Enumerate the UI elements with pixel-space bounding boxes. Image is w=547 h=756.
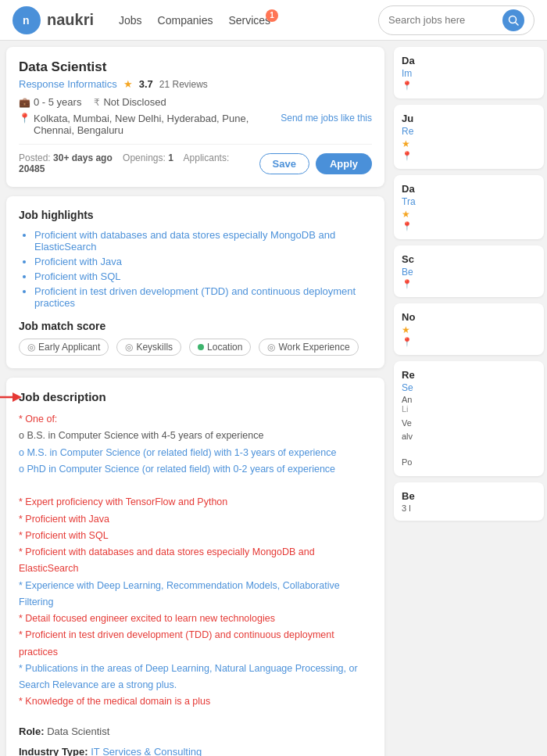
skill-7: * Publications in the areas of Deep Lear… bbox=[19, 661, 372, 694]
footer-row: Posted: 30+ days ago Openings: 1 Applica… bbox=[19, 152, 372, 174]
location-pin-icon-5: 📍 bbox=[402, 337, 413, 347]
description-title: Job description bbox=[19, 390, 372, 403]
job-card: Data Scientist Response Informatics ★ 3.… bbox=[6, 47, 384, 187]
list-item: Proficient with databases and data store… bbox=[34, 229, 372, 253]
tag-work-experience: ◎ Work Experience bbox=[259, 339, 358, 356]
location-pin-icon: 📍 bbox=[402, 81, 413, 91]
job-title: Data Scientist bbox=[19, 59, 372, 75]
briefcase-icon: 💼 bbox=[19, 97, 30, 108]
match-tags: ◎ Early Applicant ◎ Keyskills Location ◎… bbox=[19, 339, 372, 356]
star-icon: ★ bbox=[123, 78, 133, 90]
apply-button[interactable]: Apply bbox=[316, 153, 372, 174]
list-item: Proficient in test driven development (T… bbox=[34, 285, 372, 309]
salary-value: Not Disclosed bbox=[103, 96, 166, 108]
role-row: Role: Data Scientist bbox=[19, 722, 372, 742]
star-sidebar-icon: ★ bbox=[402, 138, 410, 149]
highlights-card: Job highlights Proficient with databases… bbox=[6, 196, 384, 368]
skill-6: * Proficient in test driven development … bbox=[19, 627, 372, 661]
tag-location: Location bbox=[189, 339, 251, 356]
skill-3: * Proficient with databases and data sto… bbox=[19, 544, 372, 578]
search-box bbox=[378, 5, 534, 35]
list-item: Proficient with Java bbox=[34, 256, 372, 267]
sidebar-card-7[interactable]: Be 3 l bbox=[394, 482, 544, 521]
sidebar-card-3[interactable]: Da Tra ★ 📍 bbox=[394, 175, 544, 239]
location-pin-icon-2: 📍 bbox=[402, 151, 413, 161]
svg-line-3 bbox=[516, 22, 519, 25]
req-2: o PhD in Computer Science (or related fi… bbox=[19, 461, 372, 478]
skill-1: * Proficient with Java bbox=[19, 511, 372, 528]
location-value: Kolkata, Mumbai, New Delhi, Hyderabad, P… bbox=[34, 113, 277, 136]
location-pin-icon-3: 📍 bbox=[402, 221, 413, 231]
search-input[interactable] bbox=[388, 14, 502, 26]
experience-item: 💼 0 - 5 years bbox=[19, 96, 81, 108]
applicants-value: 20485 bbox=[19, 163, 45, 174]
circle-icon-key: ◎ bbox=[125, 342, 133, 353]
description-card: Job description * One of: o B.S. in Comp… bbox=[6, 378, 384, 756]
nav-companies[interactable]: Companies bbox=[158, 14, 213, 27]
posted-time: 30+ days ago bbox=[53, 152, 113, 163]
star-sidebar-icon-3: ★ bbox=[402, 209, 410, 220]
circle-icon-early: ◎ bbox=[27, 342, 35, 353]
salary-item: ₹ Not Disclosed bbox=[94, 96, 166, 108]
svg-marker-5 bbox=[13, 392, 22, 402]
logo-text: naukri bbox=[47, 11, 94, 29]
location-icon: 📍 bbox=[19, 113, 30, 124]
req-0: o B.S. in Computer Science with 4-5 year… bbox=[19, 428, 372, 444]
logo-icon: n bbox=[13, 6, 41, 34]
role-details: Role: Data Scientist Industry Type: IT S… bbox=[19, 722, 372, 757]
svg-text:n: n bbox=[23, 14, 30, 27]
experience-value: 0 - 5 years bbox=[34, 96, 81, 108]
skill-0: * Expert proficiency with TensorFlow and… bbox=[19, 494, 372, 511]
list-item: Proficient with SQL bbox=[34, 271, 372, 282]
industry-row: Industry Type: IT Services & Consulting bbox=[19, 742, 372, 757]
skill-4: * Experience with Deep Learning, Recomme… bbox=[19, 578, 372, 611]
match-score-title: Job match score bbox=[19, 320, 372, 332]
circle-icon-work: ◎ bbox=[267, 342, 275, 353]
right-sidebar: Da Im 📍 Ju Re ★ 📍 Da Tra ★ 📍 Sc Be 📍 No … bbox=[391, 41, 547, 756]
reviews-count: 21 Reviews bbox=[159, 79, 208, 90]
sidebar-card-4[interactable]: Sc Be 📍 bbox=[394, 245, 544, 297]
arrow-indicator bbox=[0, 389, 22, 410]
tag-keyskills: ◎ Keyskills bbox=[116, 339, 181, 356]
skill-2: * Proficient with SQL bbox=[19, 528, 372, 544]
skill-5: * Detail focused engineer excited to lea… bbox=[19, 611, 372, 627]
one-of-label: * One of: bbox=[19, 411, 372, 428]
openings-value: 1 bbox=[168, 152, 173, 163]
main-nav: Jobs Companies Services 1 bbox=[119, 14, 270, 27]
nav-jobs[interactable]: Jobs bbox=[119, 14, 142, 27]
sidebar-card-6[interactable]: Re Se An Li VealvPo bbox=[394, 361, 544, 476]
location-pin-icon-4: 📍 bbox=[402, 279, 413, 289]
rupee-icon: ₹ bbox=[94, 97, 100, 108]
company-row: Response Informatics ★ 3.7 21 Reviews bbox=[19, 78, 372, 90]
highlights-title: Job highlights bbox=[19, 209, 372, 221]
posted-info: Posted: 30+ days ago Openings: 1 Applica… bbox=[19, 152, 253, 174]
tag-early-applicant: ◎ Early Applicant bbox=[19, 339, 109, 356]
req-1: o M.S. in Computer Science (or related f… bbox=[19, 445, 372, 461]
sidebar-card-5[interactable]: No ★ 📍 bbox=[394, 303, 544, 355]
skill-8: * Knowledge of the medical domain is a p… bbox=[19, 693, 372, 710]
send-me-jobs-link[interactable]: Send me jobs like this bbox=[281, 113, 372, 124]
star-sidebar-icon-5: ★ bbox=[402, 324, 410, 335]
sidebar-card-2[interactable]: Ju Re ★ 📍 bbox=[394, 105, 544, 169]
rating-value: 3.7 bbox=[139, 78, 153, 90]
main-content: Data Scientist Response Informatics ★ 3.… bbox=[0, 41, 391, 756]
logo[interactable]: n naukri bbox=[13, 6, 94, 34]
highlights-list: Proficient with databases and data store… bbox=[19, 229, 372, 309]
card-divider bbox=[19, 144, 372, 145]
save-button[interactable]: Save bbox=[259, 153, 309, 174]
nav-services[interactable]: Services 1 bbox=[228, 14, 270, 27]
location-row: 📍 Kolkata, Mumbai, New Delhi, Hyderabad,… bbox=[19, 113, 372, 136]
sidebar-card-1[interactable]: Da Im 📍 bbox=[394, 47, 544, 99]
green-dot-icon bbox=[198, 344, 204, 350]
search-button[interactable] bbox=[502, 9, 524, 31]
company-name[interactable]: Response Informatics bbox=[19, 78, 117, 90]
meta-row: 💼 0 - 5 years ₹ Not Disclosed bbox=[19, 96, 372, 108]
header: n naukri Jobs Companies Services 1 bbox=[0, 0, 547, 41]
services-badge: 1 bbox=[266, 9, 278, 22]
description-body: * One of: o B.S. in Computer Science wit… bbox=[19, 411, 372, 711]
